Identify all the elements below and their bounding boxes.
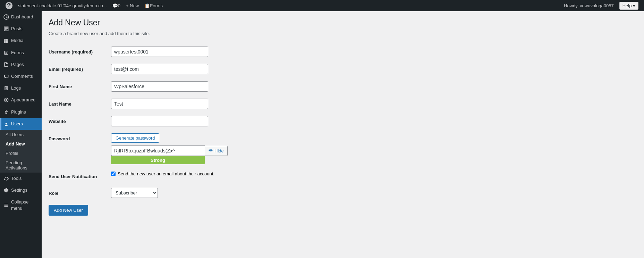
sidebar-item-dashboard[interactable]: Dashboard [0,11,42,23]
page-subtitle: Create a brand new user and add them to … [49,31,361,36]
website-input[interactable] [111,116,208,126]
username-row: Username (required) [49,43,291,60]
email-row: Email (required) [49,60,291,78]
users-submenu: All Users Add New Profile Pending Activa… [0,130,42,173]
generate-password-button[interactable]: Generate password [111,133,159,143]
adminbar-howdy[interactable]: Howdy, vowuvaloga0057 [561,0,617,11]
sidebar-item-tools[interactable]: Tools [0,173,42,184]
sidebar-item-media[interactable]: Media [0,35,42,47]
role-label: Role [49,184,111,201]
add-new-user-button[interactable]: Add New User [49,205,88,216]
sidebar-item-pages[interactable]: Pages [0,59,42,70]
firstname-input[interactable] [111,81,208,92]
website-label: Website [49,113,111,130]
hide-icon [208,148,213,153]
username-input[interactable] [111,47,208,57]
sidebar-item-users[interactable]: Users [0,118,42,130]
sidebar-item-settings[interactable]: Settings [0,184,42,196]
add-user-form: Username (required) Email (required) [49,43,291,201]
role-row: Role Subscriber Contributor Author Edito… [49,184,291,201]
content-wrap: Add New User Create a brand new user and… [49,18,361,216]
email-input[interactable] [111,64,208,74]
main-content: Add New User Create a brand new user and… [42,11,644,258]
adminbar-new[interactable]: + New [123,0,142,11]
svg-point-0 [6,99,7,101]
notification-checkbox[interactable] [111,172,116,176]
admin-sidebar: Dashboard Posts Media Forms Pages Commen… [0,11,42,258]
sidebar-item-plugins[interactable]: Plugins [0,106,42,118]
email-label: Email (required) [49,60,111,78]
notification-text: Send the new user an email about their a… [118,171,214,176]
password-input[interactable] [111,145,205,156]
notification-row: Send User Notification Send the new user… [49,168,291,184]
firstname-row: First Name [49,78,291,95]
page-title: Add New User [49,18,361,27]
firstname-label: First Name [49,78,111,95]
wp-logo[interactable] [3,0,15,11]
submenu-profile[interactable]: Profile [0,149,42,158]
lastname-label: Last Name [49,95,111,113]
username-label: Username (required) [49,43,111,60]
hide-password-button[interactable]: Hide [205,146,228,156]
submenu-all-users[interactable]: All Users [0,130,42,139]
submenu-add-new[interactable]: Add New [0,139,42,149]
sidebar-item-posts[interactable]: Posts [0,23,42,35]
submenu-pending-activations[interactable]: Pending Activations [0,158,42,173]
password-strength-meter: Strong [111,156,205,164]
notification-label: Send User Notification [49,168,111,184]
adminbar-forms[interactable]: 📋 Forms [142,0,166,11]
role-select[interactable]: Subscriber Contributor Author Editor Adm… [111,188,158,198]
adminbar-site-name[interactable]: statement-chaldaic-01f04e.gravitydemo.co… [15,0,110,11]
lastname-input[interactable] [111,99,208,109]
adminbar-comments[interactable]: 💬 0 [110,0,123,11]
sidebar-item-appearance[interactable]: Appearance [0,94,42,106]
sidebar-item-comments[interactable]: Comments [0,70,42,82]
notification-checkbox-row: Send the new user an email about their a… [111,171,291,176]
admin-bar: statement-chaldaic-01f04e.gravitydemo.co… [0,0,644,11]
collapse-menu-button[interactable]: Collapse menu [0,196,42,214]
password-field-row: Hide [111,145,291,156]
sidebar-item-forms[interactable]: Forms [0,47,42,59]
password-label: Password [49,130,111,168]
help-button[interactable]: Help ▾ [619,2,638,10]
password-row: Password Generate password Hide [49,130,291,168]
website-row: Website [49,113,291,130]
adminbar-right: Howdy, vowuvaloga0057 Help ▾ [561,0,641,11]
svg-point-1 [210,150,211,151]
sidebar-item-logs[interactable]: Logs [0,82,42,94]
lastname-row: Last Name [49,95,291,113]
